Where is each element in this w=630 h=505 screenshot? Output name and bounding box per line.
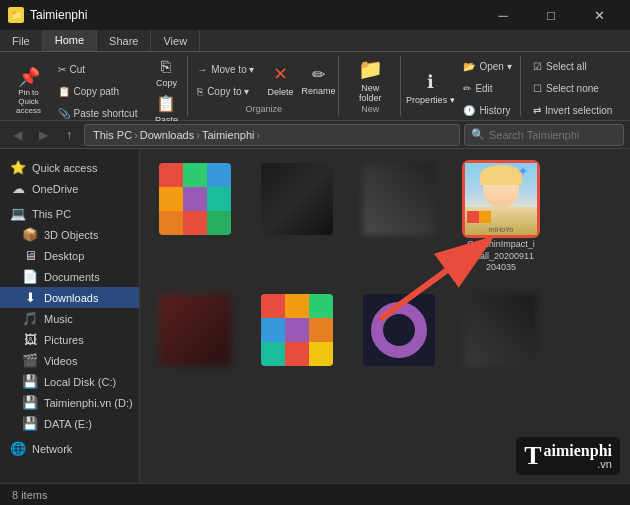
ribbon-group-clipboard: 📌 Pin to Quickaccess ✂ Cut 📋 Copy path 📎… xyxy=(8,56,188,116)
new-folder-icon: 📁 xyxy=(358,57,383,81)
ribbon-group-organize: → Move to ▾ ⎘ Copy to ▾ ✕ Delete ✏ Renam… xyxy=(190,56,339,116)
edit-button[interactable]: ✏ Edit xyxy=(457,78,517,98)
move-to-button[interactable]: → Move to ▾ xyxy=(191,59,260,79)
sidebar-item-pictures[interactable]: 🖼 Pictures xyxy=(0,329,139,350)
color-grid-2 xyxy=(261,294,333,366)
cc xyxy=(261,294,285,318)
maximize-button[interactable]: □ xyxy=(528,0,574,30)
new-label: New xyxy=(361,104,379,116)
search-input[interactable] xyxy=(489,129,617,141)
cc xyxy=(183,163,207,187)
file-item-6[interactable] xyxy=(252,290,342,374)
ribbon-content: 📌 Pin to Quickaccess ✂ Cut 📋 Copy path 📎… xyxy=(0,52,630,120)
sidebar-label-desktop: Desktop xyxy=(44,250,84,262)
tab-home[interactable]: Home xyxy=(43,30,97,51)
search-box[interactable]: 🔍 xyxy=(464,124,624,146)
pin-button[interactable]: 📌 Pin to Quickaccess xyxy=(8,68,50,116)
sidebar-item-quick-access[interactable]: ⭐ Quick access xyxy=(0,157,139,178)
cc xyxy=(183,187,207,211)
new-buttons: 📁 Newfolder xyxy=(349,56,391,104)
paste-icon: 📋 xyxy=(156,94,176,113)
ribbon-group-open: ℹ Properties ▾ 📂 Open ▾ ✏ Edit 🕐 History… xyxy=(403,56,522,116)
path-thispc: This PC xyxy=(93,129,132,141)
file-item-1[interactable] xyxy=(150,159,240,278)
select-all-button[interactable]: ☑ Select all xyxy=(527,56,618,76)
copy-path-button[interactable]: 📋 Copy path xyxy=(52,82,144,102)
sidebar-item-network[interactable]: 🌐 Network xyxy=(0,438,139,459)
cc xyxy=(309,318,333,342)
invert-selection-button[interactable]: ⇄ Invert selection xyxy=(527,100,618,120)
sidebar-label-downloads: Downloads xyxy=(44,292,98,304)
thispc-icon: 💻 xyxy=(10,206,26,221)
history-button[interactable]: 🕐 History xyxy=(457,100,517,120)
network-icon: 🌐 xyxy=(10,441,26,456)
file-item-8[interactable] xyxy=(456,290,546,374)
cc xyxy=(261,318,285,342)
sidebar-label-localdisk: Local Disk (C:) xyxy=(44,376,116,388)
sidebar-item-onedrive[interactable]: ☁ OneDrive xyxy=(0,178,139,199)
data-icon: 💾 xyxy=(22,416,38,431)
open-button[interactable]: 📂 Open ▾ xyxy=(457,56,517,76)
file-grid: ✦ miHoYo GenshinImpact_install_202009112… xyxy=(150,159,620,374)
file-item-2[interactable] xyxy=(252,159,342,278)
file-thumb-7 xyxy=(363,294,435,366)
sq-red xyxy=(467,211,479,223)
back-button[interactable]: ◀ xyxy=(6,124,28,146)
tab-view[interactable]: View xyxy=(151,30,200,51)
downloads-icon: ⬇ xyxy=(22,290,38,305)
char-hair xyxy=(480,165,522,185)
dark-thumb xyxy=(261,163,333,235)
localdisk-icon: 💾 xyxy=(22,374,38,389)
path-sep1: › xyxy=(134,129,138,141)
close-button[interactable]: ✕ xyxy=(576,0,622,30)
file-thumb-1 xyxy=(159,163,231,235)
file-item-5[interactable] xyxy=(150,290,240,374)
title-bar-left: 📁 Taimienphi xyxy=(8,7,87,23)
file-item-7[interactable] xyxy=(354,290,444,374)
sidebar-item-data[interactable]: 💾 DATA (E:) xyxy=(0,413,139,434)
rename-button[interactable]: ✏ Rename xyxy=(301,58,337,102)
watermark-sub: .vn xyxy=(544,459,612,470)
sq-orange xyxy=(479,211,491,223)
sidebar-label-documents: Documents xyxy=(44,271,100,283)
title-bar-controls: ─ □ ✕ xyxy=(480,0,622,30)
sidebar-item-music[interactable]: 🎵 Music xyxy=(0,308,139,329)
ribbon-group-select: ☑ Select all ☐ Select none ⇄ Invert sele… xyxy=(523,56,622,116)
copy-to-button[interactable]: ⎘ Copy to ▾ xyxy=(191,81,260,101)
sidebar-item-localdisk[interactable]: 💾 Local Disk (C:) xyxy=(0,371,139,392)
tab-file[interactable]: File xyxy=(0,30,43,51)
new-folder-button[interactable]: 📁 Newfolder xyxy=(349,56,391,104)
select-buttons: ☑ Select all ☐ Select none ⇄ Invert sele… xyxy=(527,56,618,120)
cc xyxy=(159,163,183,187)
tab-share[interactable]: Share xyxy=(97,30,151,51)
sidebar-item-thispc[interactable]: 💻 This PC xyxy=(0,203,139,224)
forward-button[interactable]: ▶ xyxy=(32,124,54,146)
search-icon: 🔍 xyxy=(471,128,485,141)
open-buttons: ℹ Properties ▾ 📂 Open ▾ ✏ Edit 🕐 History xyxy=(405,56,517,120)
copy-button[interactable]: ⎘ Copy xyxy=(145,56,187,90)
sidebar-label-taimienphivn: Taimienphi.vn (D:) xyxy=(44,397,133,409)
address-path[interactable]: This PC › Downloads › Taimienphi › xyxy=(84,124,460,146)
file-item-3[interactable] xyxy=(354,159,444,278)
up-button[interactable]: ↑ xyxy=(58,124,80,146)
minimize-button[interactable]: ─ xyxy=(480,0,526,30)
sidebar-item-downloads[interactable]: ⬇ Downloads xyxy=(0,287,139,308)
sidebar-label-onedrive: OneDrive xyxy=(32,183,78,195)
sidebar-item-documents[interactable]: 📄 Documents xyxy=(0,266,139,287)
sidebar-item-taimienphivn[interactable]: 💾 Taimienphi.vn (D:) xyxy=(0,392,139,413)
cc xyxy=(285,294,309,318)
pin-icon: 📌 xyxy=(18,68,40,86)
delete-button[interactable]: ✕ Delete xyxy=(263,58,299,102)
select-none-button[interactable]: ☐ Select none xyxy=(527,78,618,98)
sidebar-item-desktop[interactable]: 🖥 Desktop xyxy=(0,245,139,266)
cut-button[interactable]: ✂ Cut xyxy=(52,60,144,80)
file-thumb-6 xyxy=(261,294,333,366)
properties-button[interactable]: ℹ Properties ▾ xyxy=(405,64,455,112)
sidebar-item-3dobjects[interactable]: 📦 3D Objects xyxy=(0,224,139,245)
sidebar-label-videos: Videos xyxy=(44,355,77,367)
onedrive-icon: ☁ xyxy=(10,181,26,196)
file-item-genshin[interactable]: ✦ miHoYo GenshinImpact_install_202009112… xyxy=(456,159,546,278)
sidebar-item-videos[interactable]: 🎬 Videos xyxy=(0,350,139,371)
3dobjects-icon: 📦 xyxy=(22,227,38,242)
cc xyxy=(261,342,285,366)
